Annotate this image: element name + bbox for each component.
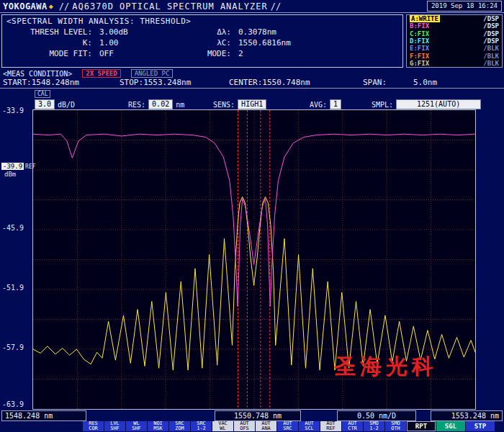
center-label: CENTER: (229, 78, 262, 87)
analysis-row: MODE FIT:OFFMODE:2 (2, 48, 402, 59)
trace-label: A:WRITE (410, 15, 440, 22)
resolution-value: 0.02 (148, 99, 173, 109)
x-scale-bar: 1548.248 nm 1550.748 nm 0.50 nm/D 1553.2… (0, 410, 504, 421)
analysis-value: 1.00 (92, 37, 175, 48)
trace-panel: A:WRITE/DSPB:FIX/DSPC:FIX/DSPD:FIX/DSPE:… (406, 14, 503, 68)
x-center-box: 1550.748 nm (215, 410, 301, 421)
average-label: AVG: (310, 101, 327, 109)
resolution-unit: nm (176, 101, 184, 109)
trace-row-b: B:FIX/DSP (407, 22, 502, 30)
title-bar: YOKOGAWA ◆ // AQ6370D OPTICAL SPECTRUM A… (0, 0, 504, 13)
softkey-lvl-shf[interactable]: LVLSHF (104, 421, 125, 431)
analysis-label: λC: (175, 37, 231, 48)
x-start-box: 1548.248 nm (1, 410, 86, 421)
sampling-group: SMPL: 1251(AUTO) (372, 99, 481, 110)
diamond-icon: ◆ (49, 2, 53, 10)
softkey-res-cor[interactable]: RESCOR (83, 421, 104, 431)
trace-display-mode: /DSP (483, 37, 499, 45)
ref-level-value: -39.9 (1, 163, 24, 170)
trace-display-mode: /DSP (483, 15, 499, 22)
osa-screen: YOKOGAWA ◆ // AQ6370D OPTICAL SPECTRUM A… (0, 0, 504, 432)
x-stop-box: 1553.248 nm (431, 410, 503, 421)
sensitivity-label: SENS: (213, 101, 235, 109)
title-slash-right: // (271, 1, 281, 12)
y-axis-label: -45.9 (2, 224, 24, 232)
analysis-row: K:1.00λC:1550.6816nm (2, 37, 402, 48)
softkey-aut-ofs[interactable]: AUTOFS (234, 421, 255, 431)
speed-badge: 2X SPEED (82, 69, 120, 78)
stop-wavelength: STOP:1553.248nm (120, 78, 229, 88)
average-value: 1 (330, 99, 341, 109)
analysis-value: 3.00dB (92, 27, 175, 37)
watermark-text: 圣海光科 (334, 352, 438, 382)
trace-label: D:FIX (410, 37, 429, 45)
start-value: 1548.248nm (32, 78, 79, 87)
softkey-wl-shf[interactable]: WLSHF (126, 421, 147, 431)
y-axis-unit: dBm (1, 171, 46, 178)
trace-display-mode: /DSP (483, 22, 499, 30)
average-group: AVG: 1 (310, 99, 341, 110)
trace-label: G:FIX (410, 60, 429, 67)
softkey-aut-ana[interactable]: AUTANA (256, 421, 276, 431)
connector-badge: ANGLED PC (131, 69, 174, 78)
trace-row-c: C:FIX/DSP (407, 30, 502, 37)
analysis-title: <SPECTRAL WIDTH ANALYSIS: THRESHOLD> (2, 15, 402, 27)
sensitivity-value: HIGH1 (238, 99, 266, 109)
softkey-rpt[interactable]: RPT (407, 421, 436, 431)
softkey-src-1-2[interactable]: SRC1-2 (191, 421, 212, 431)
title-slash-left: // (59, 1, 69, 12)
toolbar: RESCORLVLSHFWLSHFNOIMSKSRCZOMSRC1-2VACWL… (83, 421, 495, 431)
ref-level-block: -39.9REFdBm (1, 163, 46, 178)
softkey-smo-oth[interactable]: SMOOTH (385, 421, 406, 431)
ref-level-line: -39.9REF (1, 163, 46, 170)
softkey-aut-scl[interactable]: AUTSCL (299, 421, 320, 431)
meas-condition-line2: START:1548.248nm STOP:1553.248nm CENTER:… (3, 78, 437, 88)
softkey-src-zom[interactable]: SRCZOM (169, 421, 190, 431)
sensitivity-group: SENS: HIGH1 (213, 99, 266, 110)
analysis-value: 0.3078nm (231, 27, 276, 37)
page-title: AQ6370D OPTICAL SPECTRUM ANALYZER (72, 1, 267, 12)
trace-row-g: G:FIX/BLK (407, 60, 502, 67)
y-axis-label: -57.9 (2, 343, 24, 351)
stop-label: STOP: (120, 78, 143, 87)
softkey-aut-src[interactable]: AUTSRC (277, 421, 298, 431)
sampling-value: 1251(AUTO) (396, 99, 481, 109)
trace-display-mode: /BLK (483, 45, 499, 52)
analysis-label: Δλ: (175, 27, 231, 37)
y-axis-label: -63.9 (2, 400, 24, 408)
ref-label: REF (25, 163, 35, 170)
x-per-div-box: 0.50 nm/D (337, 410, 416, 421)
analysis-value: 1550.6816nm (231, 37, 291, 48)
trace-label: B:FIX (410, 22, 429, 30)
softkey-noi-msk[interactable]: NOIMSK (148, 421, 168, 431)
analysis-value: 2 (231, 48, 243, 59)
center-wavelength: CENTER:1550.748nm (229, 78, 363, 88)
softkey-vac-wl[interactable]: VACWL (212, 421, 233, 431)
level-scale-unit: dB/D (58, 101, 75, 109)
meas-condition-bar: <MEAS CONDITION> 2X SPEED ANGLED PC STAR… (0, 68, 504, 89)
sampling-label: SMPL: (372, 101, 393, 109)
settings-bar: 3.0 dB/D RES: 0.02 nm SENS: HIGH1 AVG: 1… (0, 99, 504, 110)
trace-display-mode: /BLK (483, 60, 499, 67)
trace-row-a: A:WRITE/DSP (407, 15, 502, 22)
softkey-aut-ctr[interactable]: AUTCTR (342, 421, 363, 431)
datetime-display: 2019 Sep 18 16:24 (427, 1, 502, 12)
cal-badge: CAL (35, 90, 50, 98)
trace-label: E:FIX (410, 45, 429, 52)
trace-label: F:FIX (410, 53, 429, 60)
trace-row-f: F:FIX/BLK (407, 52, 502, 59)
softkey-sgl[interactable]: SGL (436, 421, 465, 431)
analysis-value: OFF (92, 48, 175, 59)
softkey-aut-ref[interactable]: AUTREF (320, 421, 341, 431)
stop-value: 1553.248nm (143, 78, 191, 87)
y-axis-label: -33.9 (2, 107, 24, 114)
plot-area: 圣海光科 (32, 109, 476, 410)
y-axis-labels: -33.9-39.9REFdBm-45.9-51.9-57.9-63.9 (0, 0, 32, 432)
trace-row-d: D:FIX/DSP (407, 37, 502, 45)
level-scale-group: 3.0 dB/D (35, 99, 75, 110)
y-axis-label: -51.9 (2, 284, 24, 292)
trace-display-mode: /BLK (483, 53, 499, 60)
softkey-smo-1-2[interactable]: SMO1-2 (364, 421, 384, 431)
softkey-stp[interactable]: STP (466, 421, 495, 431)
analysis-label: MODE: (175, 48, 231, 59)
